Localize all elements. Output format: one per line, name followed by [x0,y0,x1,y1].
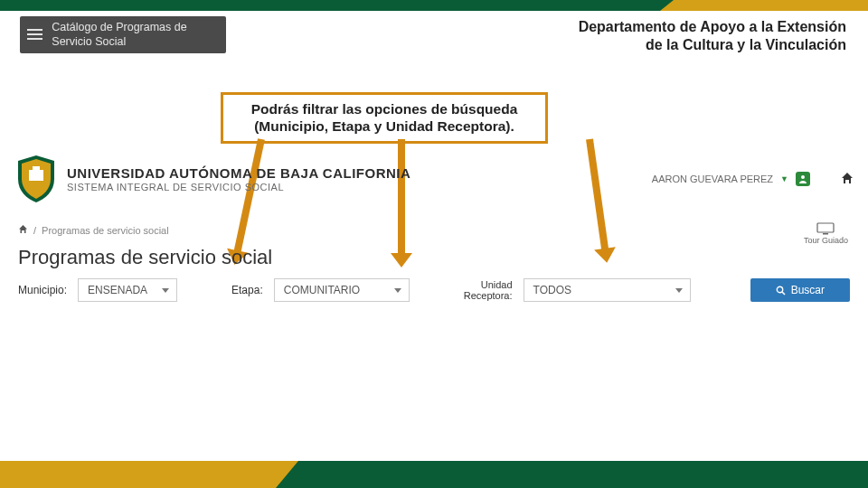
department-title: Departamento de Apoyo a la Extensión de … [579,18,846,54]
unidad-value: TODOS [533,284,571,296]
user-avatar-icon [796,172,810,186]
municipio-select[interactable]: ENSENADA [78,278,177,302]
university-name: UNIVERSIDAD AUTÓNOMA DE BAJA CALIFORNIA [67,165,410,181]
etapa-select[interactable]: COMUNITARIO [274,278,410,302]
university-text: UNIVERSIDAD AUTÓNOMA DE BAJA CALIFORNIA … [67,165,410,192]
search-button-label: Buscar [791,284,825,296]
system-name: SISTEMA INTEGRAL DE SERVICIO SOCIAL [67,182,410,192]
bottom-decorative-bar [0,461,868,488]
home-icon[interactable] [841,172,854,186]
top-decorative-bar [0,0,868,11]
chevron-down-icon: ▼ [780,174,788,183]
hamburger-icon [27,29,42,40]
municipio-label: Municipio: [18,284,67,296]
search-icon [776,286,786,296]
tour-button[interactable]: Tour Guiado [804,222,848,245]
breadcrumb-current: Programas de servicio social [42,225,169,236]
user-name: AARON GUEVARA PEREZ [652,174,773,184]
svg-point-5 [777,286,782,292]
user-menu[interactable]: AARON GUEVARA PEREZ ▼ [652,172,854,186]
department-title-line2: de la Cultura y la Vinculación [579,36,846,54]
breadcrumb-sep: / [33,225,36,236]
etapa-label: Etapa: [231,284,263,296]
unidad-label: Unidad Receptora: [464,279,513,301]
site-header: UNIVERSIDAD AUTÓNOMA DE BAJA CALIFORNIA … [14,154,854,204]
etapa-value: COMUNITARIO [284,284,360,296]
monitor-icon [816,222,835,235]
instruction-callout: Podrás filtrar las opciones de búsqueda … [221,92,548,144]
svg-rect-3 [817,223,834,232]
callout-line2: (Municipio, Etapa y Unidad Receptora). [232,117,536,135]
unidad-select[interactable]: TODOS [524,278,691,302]
breadcrumb: / Programas de servicio social [18,224,169,236]
svg-line-6 [782,292,785,295]
department-title-line1: Departamento de Apoyo a la Extensión [579,18,846,36]
svg-point-2 [801,175,805,179]
filter-bar: Municipio: ENSENADA Etapa: COMUNITARIO U… [18,278,850,302]
sidebar-menu-label: Catálogo de Programas de Servicio Social [52,20,219,50]
sidebar-menu-button[interactable]: Catálogo de Programas de Servicio Social [20,16,226,53]
svg-rect-1 [33,166,40,172]
breadcrumb-home-icon[interactable] [18,224,28,236]
municipio-value: ENSENADA [88,284,147,296]
tour-label: Tour Guiado [804,236,848,245]
svg-rect-4 [823,233,828,235]
search-button[interactable]: Buscar [750,278,850,302]
university-shield-icon [14,154,58,204]
page-title: Programas de servicio social [18,246,272,269]
callout-line1: Podrás filtrar las opciones de búsqueda [232,100,536,117]
